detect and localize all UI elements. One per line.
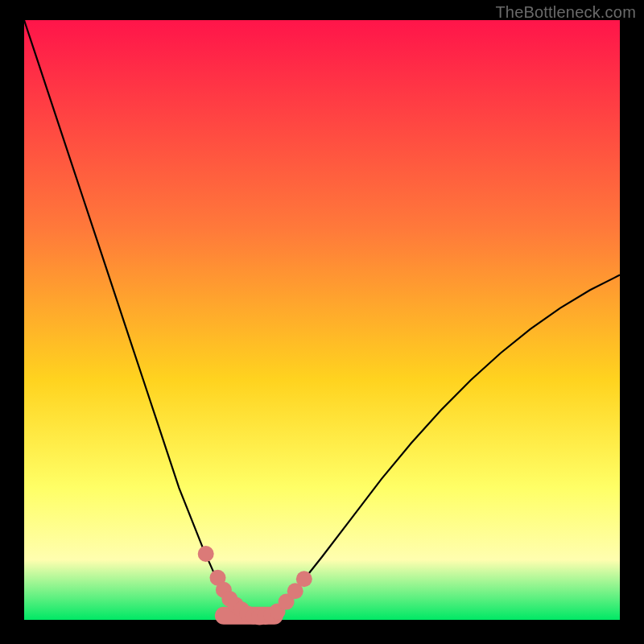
watermark-label: TheBottleneck.com (495, 3, 636, 22)
marker-dot (296, 571, 312, 587)
plot-background (24, 20, 620, 620)
marker-dot (198, 546, 214, 562)
chart-frame: TheBottleneck.com (0, 0, 644, 644)
bottleneck-chart (0, 0, 644, 644)
